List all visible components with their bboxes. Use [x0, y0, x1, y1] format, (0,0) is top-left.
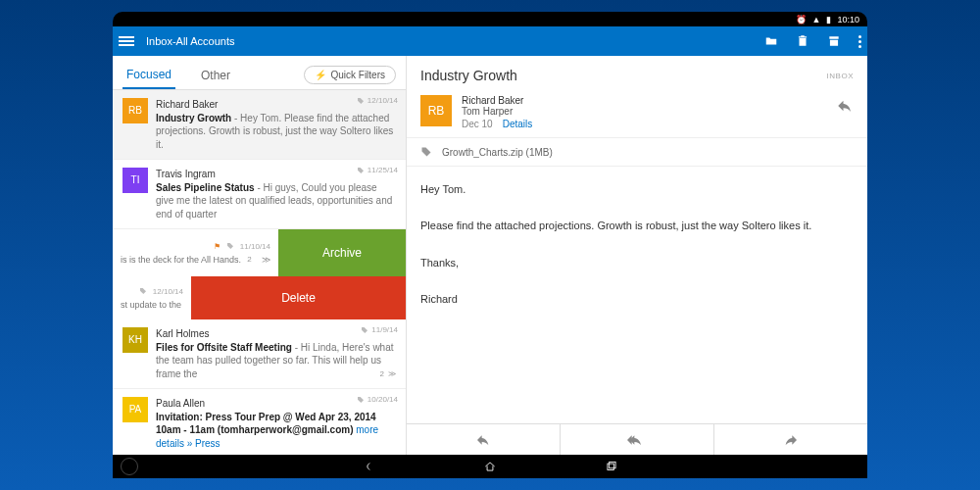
reply-all-button[interactable] [561, 424, 714, 455]
subject: Invitation: Press Tour Prep @ Wed Apr 23… [156, 412, 376, 436]
to-name: Tom Harper [462, 106, 532, 117]
status-time: 10:10 [837, 15, 859, 24]
message-item[interactable]: RB Richard Baker Industry Growth - Hey T… [113, 90, 406, 160]
archive-icon[interactable] [827, 34, 841, 48]
tag-icon [361, 326, 368, 334]
menu-icon[interactable] [119, 36, 134, 46]
message-item[interactable]: KH Karl Holmes Files for Offsite Staff M… [113, 319, 406, 389]
tag-icon [357, 167, 365, 174]
message-meta: 10/20/14 [357, 395, 398, 406]
app-header: Inbox-All Accounts [113, 26, 867, 56]
message-meta: 12/10/14 [357, 96, 398, 107]
message-item[interactable]: PA Paula Allen Invitation: Press Tour Pr… [113, 389, 406, 455]
avatar: RB [420, 95, 452, 126]
forward-button[interactable] [714, 424, 867, 455]
message-meta: 11/9/14 [361, 325, 398, 336]
tag-icon [420, 146, 432, 158]
overflow-icon[interactable] [858, 35, 861, 48]
lightning-icon: ⚡ [315, 70, 326, 80]
subject: Sales Pipeline Status [156, 182, 255, 193]
avatar: RB [122, 98, 148, 123]
reading-pane: Industry Growth INBOX RB Richard Baker T… [407, 56, 867, 455]
quick-filters-label: Quick Filters [330, 70, 385, 80]
tab-focused[interactable]: Focused [122, 64, 175, 89]
tab-other[interactable]: Other [197, 65, 234, 88]
tablet-frame: ⏰ ▲ ▮ 10:10 Inbox-All Accounts Focused O… [113, 12, 867, 478]
recent-icon[interactable] [605, 460, 618, 473]
tablet-home-indicator [121, 458, 138, 475]
svg-rect-0 [608, 464, 613, 469]
folder-icon[interactable] [764, 34, 778, 48]
reply-button[interactable] [407, 424, 561, 455]
quick-filters-button[interactable]: ⚡ Quick Filters [304, 66, 396, 84]
sender: Karl Holmes [156, 327, 396, 341]
reading-body: Hey Tom. Please find the attached projec… [407, 167, 867, 423]
header-date: Dec 10 [462, 119, 493, 129]
subject: Industry Growth [156, 113, 231, 123]
back-icon[interactable] [362, 460, 375, 473]
reading-header: RB Richard Baker Tom Harper Dec 10Detail… [407, 91, 867, 137]
message-list-pane: Focused Other ⚡ Quick Filters RB Richard… [113, 56, 407, 455]
reading-action-bar [407, 423, 867, 455]
swipe-archive-row[interactable]: ⚑11/10/14 is is the deck for the All Han… [113, 229, 406, 276]
svg-rect-1 [610, 462, 615, 467]
reading-subject: Industry Growth [420, 68, 827, 83]
message-meta: 11/25/14 [357, 166, 398, 176]
battery-icon: ▮ [826, 15, 831, 24]
header-title: Inbox-All Accounts [146, 35, 764, 47]
home-icon[interactable] [483, 460, 497, 473]
tag-icon [357, 396, 365, 404]
tag-icon [357, 97, 365, 105]
avatar: TI [122, 168, 148, 193]
swipe-under-text: st update to the [121, 300, 183, 310]
messages[interactable]: RB Richard Baker Industry Growth - Hey T… [113, 90, 406, 455]
swipe-under-text: is is the deck for the All Hands. [121, 255, 241, 265]
subject: Files for Offsite Staff Meeting [156, 342, 292, 353]
wifi-icon: ▲ [812, 15, 821, 24]
flag-icon: ⚑ [214, 242, 220, 251]
inbox-label: INBOX [827, 72, 854, 80]
attachment-name: Growth_Charts.zip (1MB) [442, 147, 553, 158]
thread-chevron: 2≫ [380, 369, 396, 380]
swipe-delete-row[interactable]: 12/10/14 st update to the Delete [113, 276, 406, 319]
content-area: Focused Other ⚡ Quick Filters RB Richard… [113, 56, 867, 455]
delete-action[interactable]: Delete [191, 276, 406, 319]
attachment-row[interactable]: Growth_Charts.zip (1MB) [407, 137, 867, 167]
tabs-row: Focused Other ⚡ Quick Filters [113, 56, 406, 90]
from-name: Richard Baker [462, 95, 532, 106]
tag-icon [139, 287, 147, 295]
details-link[interactable]: Details [503, 119, 533, 129]
archive-action[interactable]: Archive [278, 229, 406, 276]
reply-icon[interactable] [836, 97, 854, 117]
alarm-icon: ⏰ [796, 15, 807, 24]
status-bar: ⏰ ▲ ▮ 10:10 [113, 12, 867, 26]
avatar: KH [122, 327, 148, 353]
tag-icon [226, 242, 234, 250]
message-item[interactable]: TI Travis Ingram Sales Pipeline Status -… [113, 160, 406, 229]
android-nav-bar [113, 455, 867, 478]
avatar: PA [122, 397, 148, 422]
delete-icon[interactable] [796, 34, 809, 48]
